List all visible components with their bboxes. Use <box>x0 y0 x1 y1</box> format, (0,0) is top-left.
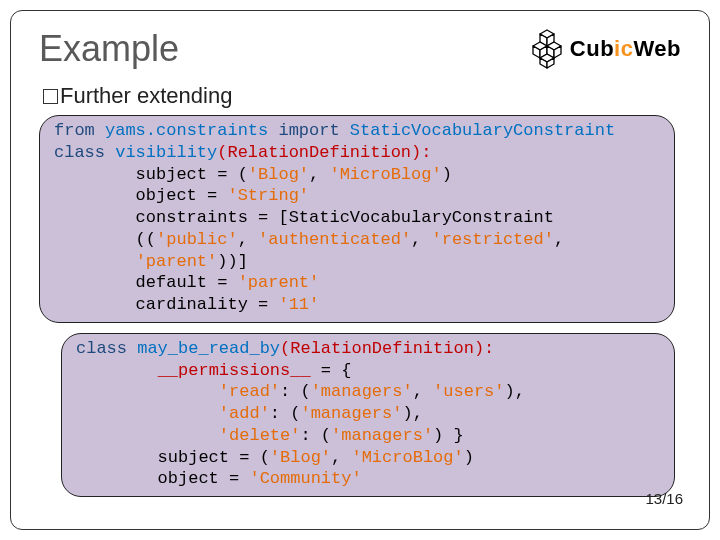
code-token: (RelationDefinition): <box>217 143 431 162</box>
code-token: cardinality = <box>54 295 278 314</box>
code-token: StaticVocabularyConstraint <box>340 121 615 140</box>
code-token: 'String' <box>227 186 309 205</box>
code-token: 'Blog' <box>270 448 331 467</box>
code-token: ) <box>442 165 452 184</box>
slide-title: Example <box>39 29 179 69</box>
page-number: 13/16 <box>645 490 683 507</box>
code-token: 'managers' <box>300 404 402 423</box>
code-token: , <box>413 382 433 401</box>
code-token: , <box>309 165 329 184</box>
code-token: , <box>411 230 431 249</box>
code-token <box>76 361 158 380</box>
logo-text-a: Cub <box>570 36 614 61</box>
code-token: , <box>331 448 351 467</box>
logo-text-b: Web <box>633 36 681 61</box>
code-token: ))] <box>217 252 248 271</box>
code-token: 'users' <box>433 382 504 401</box>
code-token: : ( <box>280 382 311 401</box>
code-token: import <box>278 121 339 140</box>
logo-text-accent: ic <box>614 36 633 61</box>
code-token: ) } <box>433 426 464 445</box>
code-token: may_be_read_by <box>127 339 280 358</box>
code-token: 'delete' <box>219 426 301 445</box>
code-token: yams.constraints <box>95 121 279 140</box>
code-token: , <box>238 230 258 249</box>
code-token: , <box>554 230 564 249</box>
bullet-checkbox-icon <box>43 89 58 104</box>
code-token: ), <box>505 382 525 401</box>
slide-frame: Example CubicWeb <box>10 10 710 530</box>
code-token: 'managers' <box>331 426 433 445</box>
subtitle-row: Further extending <box>43 83 681 109</box>
code-token: = { <box>311 361 352 380</box>
code-token <box>76 382 219 401</box>
code-token: 'parent' <box>136 252 218 271</box>
code-token: 'restricted' <box>432 230 554 249</box>
code-token: 'authenticated' <box>258 230 411 249</box>
logo: CubicWeb <box>530 29 681 69</box>
code-token: (( <box>54 230 156 249</box>
header-row: Example CubicWeb <box>39 29 681 69</box>
code-token: 'MicroBlog' <box>329 165 441 184</box>
code-token: 'Blog' <box>248 165 309 184</box>
code-token: : ( <box>300 426 331 445</box>
code-token: ) <box>464 448 474 467</box>
code-token <box>76 426 219 445</box>
code-token: '11' <box>278 295 319 314</box>
cube-icon <box>530 29 564 69</box>
subtitle: Further extending <box>60 83 232 109</box>
code-token: 'Community' <box>249 469 361 488</box>
code-token: object = <box>54 186 227 205</box>
code-token: 'add' <box>219 404 270 423</box>
code-token: ), <box>402 404 422 423</box>
code-token: constraints = [StaticVocabularyConstrain… <box>54 208 554 227</box>
code-token: visibility <box>105 143 217 162</box>
code-token: 'public' <box>156 230 238 249</box>
code-token: class <box>76 339 127 358</box>
code-token: object = <box>76 469 249 488</box>
code-token: : ( <box>270 404 301 423</box>
code-token: __permissions__ <box>158 361 311 380</box>
code-token: default = <box>54 273 238 292</box>
code-block-2: class may_be_read_by(RelationDefinition)… <box>61 333 675 497</box>
code-token: subject = ( <box>54 165 248 184</box>
code-token: 'managers' <box>311 382 413 401</box>
logo-text: CubicWeb <box>570 36 681 62</box>
code-token: subject = ( <box>76 448 270 467</box>
code-block-1: from yams.constraints import StaticVocab… <box>39 115 675 323</box>
code-token: from <box>54 121 95 140</box>
code-token: class <box>54 143 105 162</box>
code-token: (RelationDefinition): <box>280 339 494 358</box>
code-token <box>76 404 219 423</box>
code-token <box>54 252 136 271</box>
code-token: 'parent' <box>238 273 320 292</box>
code-token: 'read' <box>219 382 280 401</box>
code-token: 'MicroBlog' <box>351 448 463 467</box>
